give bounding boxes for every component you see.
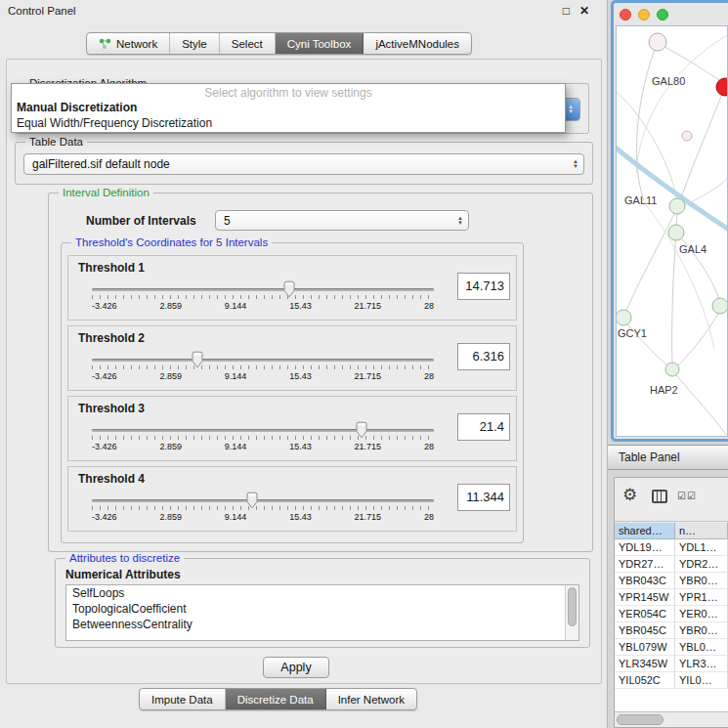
threshold-4-value-field[interactable]: 11.344 <box>457 484 510 511</box>
table-data-combobox[interactable]: galFiltered.sif default node ▲▼ <box>23 153 584 175</box>
slider-ticks <box>92 436 434 440</box>
tab-select[interactable]: Select <box>220 33 276 54</box>
tab-cyni-toolbox[interactable]: Cyni Toolbox <box>276 33 364 54</box>
slider-track[interactable] <box>92 499 434 502</box>
cell[interactable]: YER0… <box>675 606 728 622</box>
tab-style[interactable]: Style <box>170 33 220 54</box>
table-row[interactable]: YBR045CYBR0… <box>615 622 728 639</box>
threshold-2-value-field[interactable]: 6.316 <box>457 343 510 370</box>
table-panel-title: Table Panel <box>619 450 680 464</box>
tab-network[interactable]: Network <box>87 33 170 54</box>
node-right[interactable] <box>712 298 728 314</box>
table-row[interactable]: YIL052CYIL0… <box>615 672 728 689</box>
threshold-1-slider-thumb[interactable] <box>282 280 296 298</box>
number-of-intervals-combobox[interactable]: 5 ▲▼ <box>215 210 469 231</box>
threshold-1-value-field[interactable]: 14.713 <box>457 273 510 300</box>
threshold-2-slider[interactable]: -3.426 2.859 9.144 15.43 21.715 28 <box>92 350 434 387</box>
column-selector-icon[interactable] <box>652 490 667 503</box>
threshold-4-label: Threshold 4 <box>78 472 145 486</box>
apply-button[interactable]: Apply <box>263 657 329 678</box>
close-traffic-light-icon[interactable] <box>620 9 631 21</box>
threshold-4-slider-thumb[interactable] <box>245 492 259 509</box>
threshold-3-slider[interactable]: -3.426 2.859 9.144 15.43 21.715 28 <box>92 420 434 457</box>
float-window-icon[interactable]: □ <box>563 5 570 17</box>
node-small[interactable] <box>682 131 692 141</box>
threshold-4-slider[interactable]: -3.426 2.859 9.144 15.43 21.715 28 <box>92 491 434 528</box>
cell[interactable]: YLR345W <box>615 656 675 672</box>
cell[interactable]: YBR043C <box>615 573 675 589</box>
cell[interactable]: YDR27… <box>615 556 675 573</box>
node-gal11[interactable] <box>669 198 685 214</box>
table-row[interactable]: YDR27…YDR2… <box>615 556 728 573</box>
zoom-traffic-light-icon[interactable] <box>657 9 668 21</box>
scale-tick-label: -3.426 <box>92 442 117 451</box>
attributes-list-scrollbar[interactable] <box>565 585 578 640</box>
table-row[interactable]: YER054CYER0… <box>615 606 728 622</box>
table-row[interactable]: YPR145WYPR1… <box>615 589 728 606</box>
column-header-shared-name[interactable]: shared… <box>615 523 675 539</box>
threshold-3-value-field[interactable]: 21.4 <box>457 413 510 441</box>
tab-impute-data[interactable]: Impute Data <box>140 689 226 709</box>
node-red-selected[interactable] <box>716 78 728 96</box>
control-panel-window: Control Panel □ ✕ Network Style Select C… <box>0 0 608 728</box>
cell[interactable]: YBR0… <box>675 622 728 639</box>
slider-track[interactable] <box>92 429 434 432</box>
number-of-intervals-label: Number of Intervals <box>86 214 196 228</box>
cell[interactable]: YDL1… <box>675 539 728 556</box>
minimize-traffic-light-icon[interactable] <box>638 9 650 21</box>
node-gal80[interactable] <box>649 33 666 51</box>
list-item-topologicalcoefficient[interactable]: TopologicalCoefficient <box>66 601 578 617</box>
tab-discretize-data[interactable]: Discretize Data <box>226 689 326 709</box>
select-checkboxes-icon[interactable]: ☑☑ <box>677 491 697 501</box>
scrollbar-thumb[interactable] <box>568 587 577 626</box>
node-gal4[interactable] <box>668 225 684 240</box>
node-table: shared… n… YDL19…YDL1… YDR27…YDR2… YBR04… <box>615 523 728 711</box>
threshold-2-slider-thumb[interactable] <box>191 351 204 368</box>
node-gcy1[interactable] <box>617 310 631 325</box>
algorithm-option-placeholder[interactable]: Select algorithm to view settings <box>12 84 565 100</box>
slider-track[interactable] <box>92 288 434 291</box>
cell[interactable]: YBR045C <box>615 622 675 639</box>
algorithm-option-equal-width-frequency[interactable]: Equal Width/Frequency Discretization <box>12 115 565 131</box>
combobox-stepper-icon[interactable]: ▲▼ <box>568 159 583 169</box>
scale-tick-label: 9.144 <box>225 442 247 451</box>
gear-icon[interactable]: ⚙ <box>622 487 637 503</box>
threshold-row-1: Threshold 1 -3.426 2.859 9.144 15.43 21.… <box>67 255 517 321</box>
close-window-icon[interactable]: ✕ <box>579 5 589 17</box>
scale-tick-label: 28 <box>424 512 434 522</box>
table-row[interactable]: YBL079WYBL0… <box>615 639 728 656</box>
cell[interactable]: YBL0… <box>675 639 728 656</box>
tab-jactivemnodules[interactable]: jActiveMNodules <box>364 33 471 54</box>
cell[interactable]: YPR1… <box>675 589 728 606</box>
cell[interactable]: YBR0… <box>675 573 728 589</box>
cell[interactable]: YBL079W <box>615 639 675 656</box>
algorithm-option-manual-discretization[interactable]: Manual Discretization <box>12 100 565 115</box>
network-canvas[interactable]: GAL80 GAL11 GAL4 GCY1 HAP2 <box>616 25 728 437</box>
column-header-name[interactable]: n… <box>675 523 728 539</box>
table-row[interactable]: YBR043CYBR0… <box>615 573 728 589</box>
list-item-selfloops[interactable]: SelfLoops <box>66 585 578 601</box>
cell[interactable]: YIL0… <box>675 672 728 689</box>
list-item-betweennesscentrality[interactable]: BetweennessCentrality <box>66 617 578 632</box>
node-hap2[interactable] <box>665 363 679 376</box>
cell[interactable]: YDL19… <box>615 539 675 556</box>
cell[interactable]: YIL052C <box>615 672 675 689</box>
tab-infer-network[interactable]: Infer Network <box>326 689 416 709</box>
scale-tick-label: 15.43 <box>289 512 312 522</box>
table-row[interactable]: YLR345WYLR3… <box>615 656 728 672</box>
table-horizontal-scrollbar[interactable] <box>615 711 728 727</box>
combobox-stepper-icon[interactable]: ▲▼ <box>452 216 468 226</box>
slider-track[interactable] <box>92 359 434 362</box>
scrollbar-thumb[interactable] <box>617 714 664 725</box>
table-header-row: shared… n… <box>615 523 728 539</box>
table-row[interactable]: YDL19…YDL1… <box>615 539 728 556</box>
cell[interactable]: YLR3… <box>675 656 728 672</box>
cell[interactable]: YPR145W <box>615 589 675 606</box>
threshold-3-slider-thumb[interactable] <box>355 421 368 439</box>
scale-tick-label: 2.859 <box>159 371 182 381</box>
cell[interactable]: YER054C <box>615 606 675 622</box>
threshold-coordinates-group-label: Threshold's Coordinates for 5 Intervals <box>71 236 272 248</box>
threshold-1-slider[interactable]: -3.426 2.859 9.144 15.43 21.715 28 <box>92 279 434 317</box>
node-label-gal80: GAL80 <box>652 75 685 87</box>
cell[interactable]: YDR2… <box>675 556 728 573</box>
